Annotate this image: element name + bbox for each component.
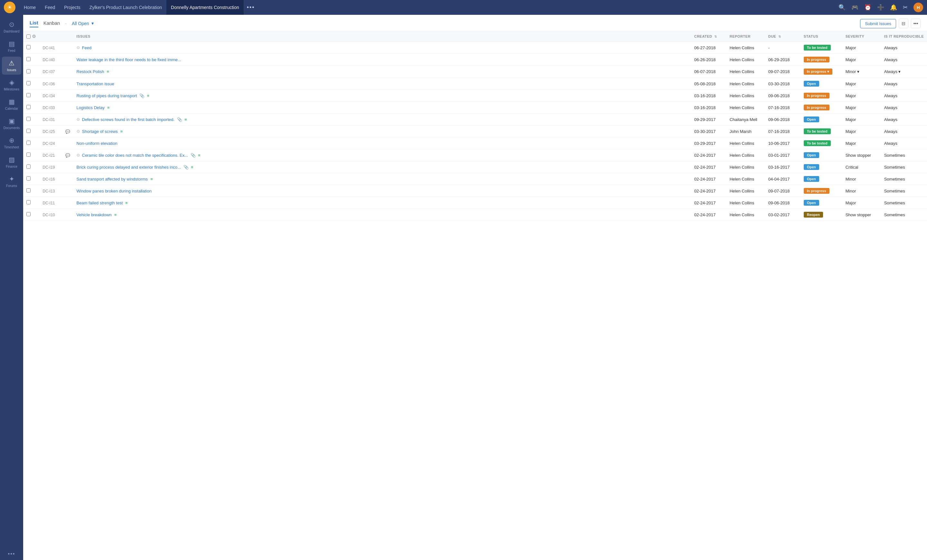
sidebar-item-timesheet[interactable]: ⊕ Timesheet (2, 134, 21, 152)
row-status: Open (801, 78, 842, 90)
row-created: 06-27-2018 (691, 42, 726, 54)
row-severity: Minor ▾ (842, 66, 881, 78)
sidebar-item-feed[interactable]: ▤ Feed (2, 37, 21, 55)
app-logo[interactable]: ☀ (4, 2, 15, 13)
filter-icon-button[interactable]: ⊟ (899, 19, 908, 28)
table-row: DC-I13 Window panes broken during instal… (23, 185, 927, 197)
sidebar-item-calendar[interactable]: ▦ Calendar (2, 95, 21, 113)
row-reproducible: Always ▾ (881, 66, 927, 78)
timesheet-icon: ⊕ (9, 137, 14, 144)
issue-link[interactable]: Vehicle breakdown (77, 212, 112, 217)
select-all-checkbox[interactable] (26, 35, 30, 39)
issue-link[interactable]: Transportation issue (77, 82, 114, 86)
nav-items: Home Feed Projects Zylker's Product Laun… (19, 0, 839, 15)
row-reporter: Helen Collins (726, 54, 765, 66)
row-checkbox-cell (23, 197, 40, 209)
row-marker (62, 90, 73, 102)
sidebar-item-finance[interactable]: ▨ Finance (2, 153, 21, 171)
status-badge: Open (804, 164, 819, 170)
row-checkbox[interactable] (26, 153, 30, 157)
severity-text: Show stopper (846, 153, 871, 158)
row-checkbox[interactable] (26, 129, 30, 133)
status-badge[interactable]: In progress ▾ (804, 68, 832, 75)
nav-donnelly[interactable]: Donnelly Apartments Construction (166, 0, 244, 15)
row-checkbox[interactable] (26, 69, 30, 73)
reproducible-text[interactable]: Always ▾ (884, 69, 901, 74)
col-header-issues[interactable]: ISSUES (73, 31, 691, 42)
col-header-flag (62, 31, 73, 42)
settings-icon[interactable]: ✂ (903, 4, 908, 11)
issue-link[interactable]: Logistics Delay (77, 105, 105, 110)
col-header-reproducible[interactable]: IS IT REPRODUCIBLE (881, 31, 927, 42)
issue-link[interactable]: Beam failed strength test (77, 200, 123, 205)
filter-all-open[interactable]: All Open ▼ (72, 21, 95, 26)
severity-text[interactable]: Minor ▾ (846, 69, 859, 74)
issue-link[interactable]: Brick curing process delayed and exterio… (77, 165, 181, 170)
row-checkbox[interactable] (26, 105, 30, 109)
row-checkbox[interactable] (26, 176, 30, 181)
col-header-reporter[interactable]: REPORTER (726, 31, 765, 42)
issue-link[interactable]: Restock Polish (77, 69, 104, 74)
sidebar-item-dashboard[interactable]: ⊙ Dashboard (2, 18, 21, 36)
nav-more[interactable]: ••• (244, 4, 258, 11)
issue-link[interactable]: Sand transport affected by windstorms (77, 177, 148, 182)
tab-kanban[interactable]: Kanban (44, 20, 60, 27)
row-checkbox[interactable] (26, 141, 30, 145)
row-severity: Major (842, 137, 881, 149)
issue-link[interactable]: Water leakage in the third floor needs t… (77, 57, 181, 62)
row-id: DC-I41 (40, 42, 62, 54)
row-checkbox[interactable] (26, 212, 30, 216)
status-badge: Open (804, 81, 819, 87)
calendar-icon: ▦ (9, 98, 15, 106)
submit-issues-button[interactable]: Submit Issues (860, 19, 896, 28)
nav-projects[interactable]: Projects (59, 0, 85, 15)
sidebar-item-milestones[interactable]: ◈ Milestones (2, 76, 21, 94)
checklist-icon: ≡ (147, 93, 149, 98)
timer-icon[interactable]: ⏰ (864, 4, 871, 11)
reproducible-text: Sometimes (884, 153, 905, 158)
issue-link[interactable]: Window panes broken during installation (77, 188, 152, 193)
status-badge: Reopen (804, 212, 823, 217)
row-checkbox[interactable] (26, 57, 30, 61)
issue-id-text: DC-I24 (43, 141, 55, 146)
more-options-button[interactable]: ••• (911, 19, 921, 28)
sidebar-item-documents[interactable]: ▣ Documents (2, 115, 21, 133)
row-created: 02-24-2017 (691, 161, 726, 173)
gamepad-icon[interactable]: 🎮 (851, 4, 859, 11)
sidebar-item-issues[interactable]: ⚠ Issues (2, 57, 21, 75)
issue-link[interactable]: Feed (82, 46, 92, 50)
col-header-due[interactable]: DUE ⇅ (765, 31, 801, 42)
col-header-status[interactable]: STATUS (801, 31, 842, 42)
issue-link[interactable]: Shortage of screws (82, 129, 118, 134)
row-checkbox[interactable] (26, 81, 30, 85)
row-checkbox[interactable] (26, 117, 30, 121)
col-header-severity[interactable]: SEVERITY (842, 31, 881, 42)
row-checkbox[interactable] (26, 93, 30, 97)
col-header-created[interactable]: CREATED ⇅ (691, 31, 726, 42)
row-status: To be tested (801, 126, 842, 137)
table-row: DC-I41 ⊙ Feed 06-27-2018Helen Collins-To… (23, 42, 927, 54)
sidebar-item-forums[interactable]: ✦ Forums (2, 173, 21, 191)
table-settings-icon[interactable]: ⚙ (32, 34, 36, 39)
tab-list[interactable]: List (30, 20, 38, 27)
row-checkbox[interactable] (26, 200, 30, 204)
row-checkbox[interactable] (26, 45, 30, 49)
add-icon[interactable]: ➕ (877, 4, 884, 11)
row-checkbox[interactable] (26, 164, 30, 168)
row-checkbox[interactable] (26, 188, 30, 193)
sidebar-more[interactable]: ••• (8, 551, 15, 557)
row-checkbox-cell (23, 66, 40, 78)
user-avatar[interactable]: H (913, 3, 923, 12)
bell-icon[interactable]: 🔔 (890, 4, 897, 11)
search-icon[interactable]: 🔍 (839, 4, 846, 11)
status-badge: In progress (804, 57, 830, 62)
row-id: DC-I16 (40, 173, 62, 185)
nav-zylker[interactable]: Zylker's Product Launch Celebration (85, 0, 166, 15)
issue-link[interactable]: Defective screws found in the first batc… (82, 117, 175, 122)
issue-link[interactable]: Non-uniform elevation (77, 141, 117, 146)
row-reproducible: Always (881, 42, 927, 54)
nav-home[interactable]: Home (19, 0, 40, 15)
issue-link[interactable]: Rusting of pipes during transport (77, 93, 137, 98)
nav-feed[interactable]: Feed (40, 0, 59, 15)
issue-link[interactable]: Ceramic tile color does not match the sp… (82, 153, 188, 158)
